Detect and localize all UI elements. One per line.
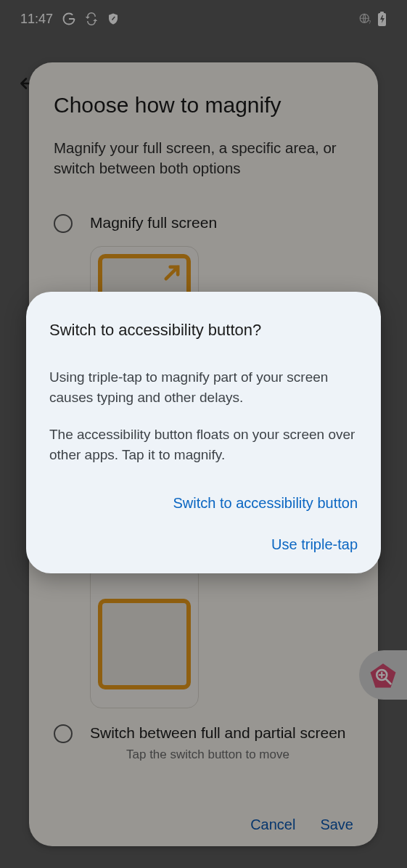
switch-button[interactable]: Switch to accessibility button (173, 495, 358, 512)
dialog-actions: Switch to accessibility button Use tripl… (49, 495, 358, 553)
dialog-title: Switch to accessibility button? (49, 321, 358, 340)
switch-accessibility-dialog: Switch to accessibility button? Using tr… (26, 292, 381, 573)
use-triple-tap-button[interactable]: Use triple-tap (271, 536, 358, 553)
dialog-body-1: Using triple-tap to magnify part of your… (49, 367, 358, 407)
dialog-body-2: The accessibility button floats on your … (49, 425, 358, 464)
